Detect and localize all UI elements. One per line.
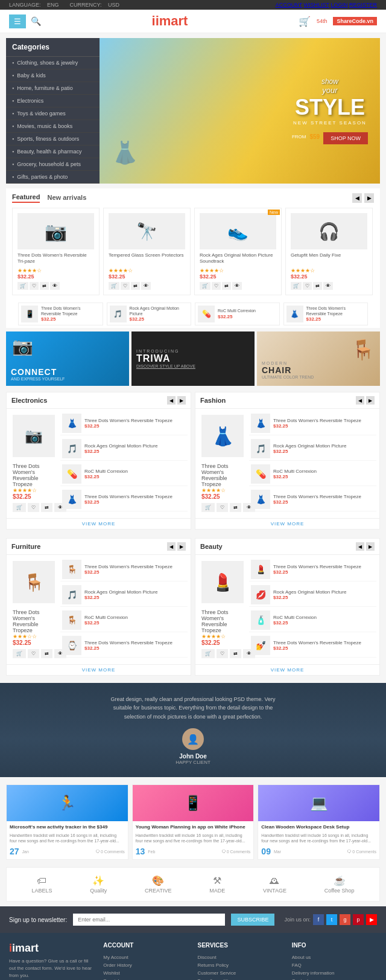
sidebar-item-electronics[interactable]: Electronics bbox=[6, 95, 100, 107]
delivery-link[interactable]: Delivery information bbox=[292, 969, 377, 977]
sidebar-item-clothing[interactable]: Clothing, shoes & jewelry bbox=[6, 57, 100, 69]
next-arrow[interactable]: ▶ bbox=[364, 193, 374, 203]
wishlist-link[interactable]: WISHLIST bbox=[304, 2, 329, 8]
blog-title[interactable]: Clean Wooden Workspace Desk Setup bbox=[261, 824, 376, 830]
subscribe-button[interactable]: SUBSCRIBE bbox=[231, 914, 274, 926]
beauty-next[interactable]: ▶ bbox=[366, 542, 375, 551]
beauty-prev[interactable]: ◀ bbox=[356, 542, 364, 551]
product-actions: 🛒 ♡ ⇄ 👁 bbox=[200, 282, 276, 290]
sidebar-item-home[interactable]: Home, furniture & patio bbox=[6, 82, 100, 95]
quick-view-button[interactable]: 👁 bbox=[323, 282, 333, 290]
wishlist-button[interactable]: ♡ bbox=[303, 282, 312, 290]
fashion-view-more[interactable]: VIEW MORE bbox=[195, 518, 379, 529]
fashion-wishlist-button[interactable]: ♡ bbox=[217, 503, 228, 512]
about-us-link[interactable]: About us bbox=[292, 953, 377, 961]
discover-link[interactable]: DISCOVER STYLE UP ABOVE bbox=[136, 364, 250, 368]
blog-title[interactable]: Young Woman Planning in app on White iPh… bbox=[136, 824, 251, 830]
sidebar-item-gifts[interactable]: Gifts, parties & photo bbox=[6, 171, 100, 184]
youtube-link[interactable]: ▶ bbox=[366, 914, 377, 925]
furniture-cart-button[interactable]: 🛒 bbox=[13, 649, 26, 658]
promo-connect[interactable]: 📷 CONNECT AND EXPRESS YOURSELF bbox=[6, 331, 129, 386]
fashion-next[interactable]: ▶ bbox=[366, 396, 375, 405]
discount-link[interactable]: Discount bbox=[198, 953, 283, 961]
wishlist-link[interactable]: Wishlist bbox=[103, 969, 188, 977]
sidebar-item-movies[interactable]: Movies, music & books bbox=[6, 120, 100, 133]
search-icon[interactable]: 🔍 bbox=[31, 16, 41, 26]
facebook-link[interactable]: f bbox=[313, 914, 324, 925]
shop-now-button[interactable]: SHOP NOW bbox=[323, 132, 368, 144]
fashion-main-rating: ★★★★☆ bbox=[201, 487, 244, 493]
add-to-cart-button[interactable]: 🛒 bbox=[109, 282, 119, 290]
furniture-view-more[interactable]: VIEW MORE bbox=[7, 664, 191, 675]
compare-button[interactable]: ⇄ bbox=[313, 282, 322, 290]
beauty-view-more[interactable]: VIEW MORE bbox=[195, 664, 379, 675]
cart-icon[interactable]: 🛒 bbox=[299, 16, 311, 27]
google-plus-link[interactable]: g bbox=[340, 914, 350, 925]
sidebar-item-baby[interactable]: Baby & kids bbox=[6, 69, 100, 82]
product-rating: ★★★★☆ bbox=[291, 267, 367, 274]
menu-button[interactable]: ☰ bbox=[9, 14, 26, 28]
fashion-cart-button[interactable]: 🛒 bbox=[201, 503, 215, 512]
blog-title[interactable]: Microsoft's new activity tracker in the … bbox=[10, 824, 125, 830]
mini-product-name: Rock Ages Original Motion Picture bbox=[130, 306, 189, 316]
order-history-link[interactable]: Order History bbox=[103, 961, 188, 969]
contact-link[interactable]: Contact us bbox=[292, 977, 377, 980]
specials-link[interactable]: Specials bbox=[103, 977, 188, 980]
quick-view-button[interactable]: 👁 bbox=[232, 282, 242, 290]
my-account-link[interactable]: My Account bbox=[103, 953, 188, 961]
sidebar-item-toys[interactable]: Toys & video games bbox=[6, 107, 100, 120]
login-link[interactable]: LOGIN bbox=[331, 2, 347, 8]
customer-service-link[interactable]: Customer Service bbox=[198, 969, 283, 977]
fashion-compare-button[interactable]: ⇄ bbox=[230, 503, 241, 512]
prev-arrow[interactable]: ◀ bbox=[352, 193, 362, 203]
logo-text: imart bbox=[156, 13, 188, 28]
add-to-cart-button[interactable]: 🛒 bbox=[17, 282, 28, 290]
currency-value[interactable]: USD bbox=[108, 2, 119, 8]
compare-button[interactable]: ⇄ bbox=[222, 282, 231, 290]
compare-button[interactable]: ⇄ bbox=[131, 282, 140, 290]
wishlist-button[interactable]: ♡ bbox=[212, 282, 221, 290]
account-link[interactable]: ACCOUNT bbox=[276, 2, 302, 8]
electronics-cart-button[interactable]: 🛒 bbox=[13, 503, 26, 512]
wishlist-button[interactable]: ♡ bbox=[30, 282, 39, 290]
sidebar-item-grocery[interactable]: Grocery, household & pets bbox=[6, 158, 100, 171]
wishlist-button[interactable]: ♡ bbox=[121, 282, 130, 290]
brand-vintage: 🕰 VINTAGE bbox=[263, 876, 286, 894]
language-value[interactable]: ENG bbox=[47, 2, 59, 8]
electronics-view-more[interactable]: VIEW MORE bbox=[7, 518, 191, 529]
beauty-wishlist-button[interactable]: ♡ bbox=[217, 649, 228, 658]
tab-new-arrivals[interactable]: New arrivals bbox=[47, 194, 86, 202]
electronics-wishlist-button[interactable]: ♡ bbox=[28, 503, 39, 512]
pinterest-link[interactable]: p bbox=[353, 914, 364, 925]
electronics-prev[interactable]: ◀ bbox=[167, 396, 176, 405]
promo-chair[interactable]: 🪑 MODERN CHAIR ULTIMATE COLOR TREND bbox=[257, 331, 380, 386]
sidebar-item-beauty[interactable]: Beauty, health & pharmacy bbox=[6, 146, 100, 158]
beauty-compare-button[interactable]: ⇄ bbox=[230, 649, 241, 658]
furniture-compare-button[interactable]: ⇄ bbox=[41, 649, 52, 658]
furniture-next[interactable]: ▶ bbox=[177, 542, 186, 551]
furniture-prev[interactable]: ◀ bbox=[167, 542, 176, 551]
newsletter-input[interactable] bbox=[73, 914, 225, 926]
terms-link[interactable]: Term & condition bbox=[198, 977, 283, 980]
register-link[interactable]: REGISTER bbox=[349, 2, 377, 8]
furniture-main-product: 🪑 bbox=[10, 558, 58, 606]
list-item: 💋 Rock Ages Original Motion Picture $32.… bbox=[249, 583, 376, 607]
compare-button[interactable]: ⇄ bbox=[40, 282, 49, 290]
promo-triwa[interactable]: INTRODUCING TRIWA DISCOVER STYLE UP ABOV… bbox=[131, 331, 255, 386]
add-to-cart-button[interactable]: 🛒 bbox=[200, 282, 210, 290]
add-to-cart-button[interactable]: 🛒 bbox=[291, 282, 302, 290]
electronics-compare-button[interactable]: ⇄ bbox=[41, 503, 52, 512]
twitter-link[interactable]: t bbox=[326, 914, 337, 925]
quick-view-button[interactable]: 👁 bbox=[141, 282, 151, 290]
list-item-price: $32.25 bbox=[273, 620, 317, 626]
sidebar-item-sports[interactable]: Sports, fitness & outdoors bbox=[6, 133, 100, 146]
furniture-wishlist-button[interactable]: ♡ bbox=[28, 649, 39, 658]
faq-link[interactable]: FAQ bbox=[292, 961, 377, 969]
electronics-next[interactable]: ▶ bbox=[177, 396, 186, 405]
tab-featured[interactable]: Featured bbox=[12, 193, 40, 203]
quick-view-button[interactable]: 👁 bbox=[50, 282, 60, 290]
list-item-price: $32.25 bbox=[273, 595, 346, 600]
returns-link[interactable]: Returns Policy bbox=[198, 961, 283, 969]
beauty-cart-button[interactable]: 🛒 bbox=[201, 649, 215, 658]
fashion-prev[interactable]: ◀ bbox=[356, 396, 364, 405]
